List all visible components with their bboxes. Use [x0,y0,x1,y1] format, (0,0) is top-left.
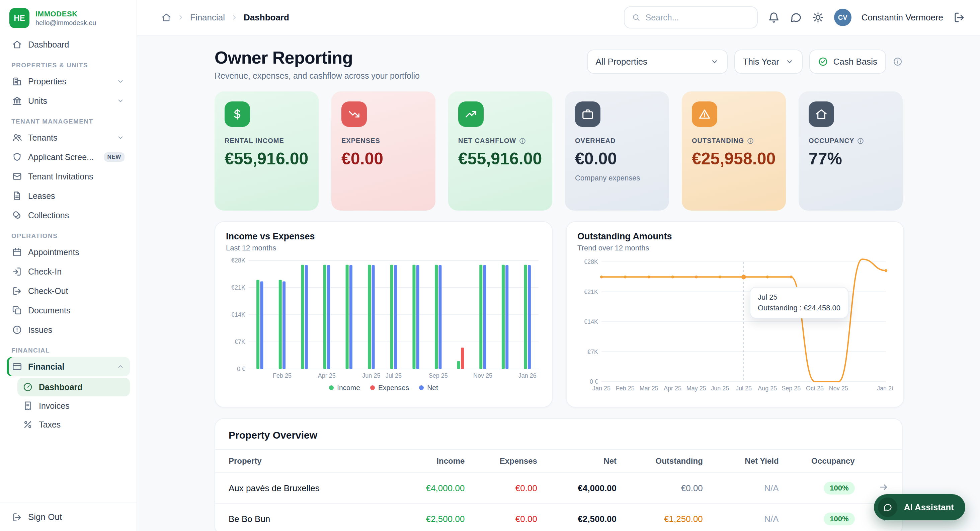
svg-text:€21K: €21K [584,289,598,295]
kpi-row: RENTAL INCOME€55,916.00EXPENSES€0.00NET … [215,91,903,210]
notifications-button[interactable] [768,11,780,24]
sidebar-item-tenant-invitations[interactable]: Tenant Invitations [7,167,130,186]
chart-subtitle: Last 12 months [226,244,541,252]
sidebar-item-label: Check-In [28,267,62,277]
sidebar-item-properties[interactable]: Properties [7,72,130,91]
cell-outstanding: €1,250.00 [626,504,712,531]
theme-toggle-button[interactable] [812,11,824,24]
receipt-icon [23,401,33,411]
sidebar-item-taxes[interactable]: Taxes [18,415,130,434]
kpi-value: €25,958.00 [692,149,776,168]
cash-basis-label: Cash Basis [834,57,878,67]
table-row[interactable]: Aux pavés de Bruxelles€4,000.00€0.00€4,0… [215,473,902,504]
sign-out-button[interactable]: Sign Out [0,502,137,531]
chevron-down-icon [116,97,124,105]
sidebar-item-check-in[interactable]: Check-In [7,262,130,281]
svg-text:Jan 26: Jan 26 [519,372,536,379]
sidebar-item-dashboard[interactable]: Dashboard [18,378,130,396]
svg-text:Sep 25: Sep 25 [781,385,800,392]
legend-label: Income [337,384,360,392]
mail-icon [12,171,22,182]
alert-triangle-icon [692,102,717,127]
chevron-down-icon [116,134,124,142]
sidebar-item-invoices[interactable]: Invoices [18,396,130,415]
kpi-label-text: OVERHEAD [575,137,616,145]
brand: HE IMMODESK hello@immodesk.eu [0,0,137,33]
legend-dot [370,385,375,390]
sidebar-subitems: DashboardInvoicesTaxes [18,378,130,434]
buildings-icon [12,77,22,86]
chevron-right-icon [177,13,185,21]
sidebar-item-applicant-scree[interactable]: Applicant Scree...NEW [7,147,130,167]
cash-basis-toggle[interactable]: Cash Basis [809,49,886,74]
property-table: PropertyIncomeExpensesNetOutstandingNet … [215,449,902,531]
sidebar-item-units[interactable]: Units [7,91,130,110]
home-icon [809,102,834,127]
chevron-right-icon [230,13,238,21]
sidebar-item-check-out[interactable]: Check-Out [7,281,130,301]
sidebar-item-leases[interactable]: Leases [7,186,130,206]
chevron-down-icon [116,77,124,85]
cell-income: €4,000.00 [402,473,474,504]
credit-card-icon [12,362,22,372]
file-text-icon [12,191,22,201]
coins-icon [12,210,22,220]
trend-up-icon [458,102,484,127]
topbar: Financial Dashboard CV Constantin Vermoe… [137,0,980,35]
row-detail-arrow[interactable] [878,482,889,492]
breadcrumb: Financial Dashboard [161,13,289,23]
messages-button[interactable] [790,11,802,24]
cell-net: €4,000.00 [547,473,626,504]
table-title: Property Overview [215,429,902,449]
sidebar-item-collections[interactable]: Collections [7,206,130,225]
sidebar-item-dashboard[interactable]: Dashboard [7,35,130,54]
kpi-value: €0.00 [575,149,659,168]
kpi-label: RENTAL INCOME [224,137,309,145]
home-icon[interactable] [161,13,171,22]
column-header-outstanding: Outstanding [626,449,712,473]
sidebar: HE IMMODESK hello@immodesk.eu DashboardP… [0,0,137,531]
svg-text:May 25: May 25 [686,385,706,392]
sidebar-item-label: Financial [28,362,64,372]
period-filter-select[interactable]: This Year [734,49,803,74]
breadcrumb-current-page: Dashboard [243,13,289,23]
logout-button[interactable] [953,11,965,24]
user-name: Constantin Vermoere [862,13,943,23]
percent-icon [23,419,33,429]
info-icon[interactable] [892,57,903,67]
ai-assistant-button[interactable]: AI Assistant [874,494,965,520]
svg-text:0 €: 0 € [237,365,245,372]
home-icon [12,40,22,49]
cell-occupancy: 100% [788,473,864,504]
sidebar-item-documents[interactable]: Documents [7,301,130,320]
sidebar-item-label: Issues [28,325,52,335]
nav-section-title: PROPERTIES & UNITS [7,54,130,72]
bar-chart: €28K€21K€14K€7K0 €Feb 25Apr 25Jun 25Jul … [226,257,541,381]
brand-email: hello@immodesk.eu [35,19,96,27]
chart-subtitle: Trend over 12 months [578,244,892,252]
svg-text:Feb 25: Feb 25 [616,385,635,392]
kpi-label: OUTSTANDING [692,137,776,145]
table-row[interactable]: Be Bo Bun€2,500.00€0.00€2,500.00€1,250.0… [215,504,902,531]
breadcrumb-section[interactable]: Financial [190,13,225,23]
income-vs-expenses-chart-card: Income vs Expenses Last 12 months €28K€2… [215,221,553,407]
property-filter-select[interactable]: All Properties [587,49,728,74]
sidebar-item-label: Collections [28,210,69,220]
kpi-card-expenses: EXPENSES€0.00 [331,91,436,210]
sidebar-item-appointments[interactable]: Appointments [7,242,130,262]
sidebar-item-issues[interactable]: Issues [7,320,130,340]
brand-text: IMMODESK hello@immodesk.eu [35,10,96,27]
search-box[interactable] [624,6,758,29]
search-input[interactable] [646,13,750,22]
avatar[interactable]: CV [834,9,851,26]
sidebar-item-tenants[interactable]: Tenants [7,128,130,147]
svg-text:€14K: €14K [231,311,245,318]
property-filter-value: All Properties [596,57,648,67]
column-header-expenses: Expenses [474,449,547,473]
charts-row: Income vs Expenses Last 12 months €28K€2… [215,221,903,407]
filters: All Properties This Year Cash Basis [587,49,903,74]
sidebar-item-financial[interactable]: Financial [7,357,130,376]
logout-icon [12,512,22,522]
outstanding-amounts-chart-card: Outstanding Amounts Trend over 12 months… [566,221,904,407]
sidebar-item-label: Dashboard [28,40,69,49]
